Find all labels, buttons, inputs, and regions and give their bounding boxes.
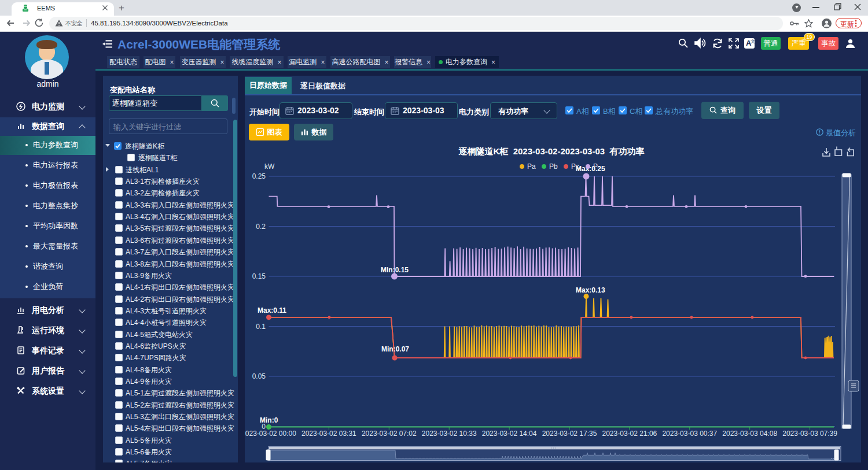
svg-text:2023-03-02 03:31: 2023-03-02 03:31 [301, 430, 356, 438]
svg-text:Min:0.07: Min:0.07 [381, 345, 409, 353]
svg-text:0.2: 0.2 [256, 223, 266, 231]
svg-text:Max:0.13: Max:0.13 [576, 286, 605, 294]
svg-text:P: P [593, 162, 598, 171]
svg-text:2023-03-02 07:02: 2023-03-02 07:02 [362, 430, 417, 438]
svg-text:Max:0.11: Max:0.11 [258, 306, 286, 314]
svg-text:0.15: 0.15 [252, 272, 266, 280]
svg-text:2023-03-02 00:00: 2023-03-02 00:00 [245, 430, 296, 438]
svg-text:Min:0.15: Min:0.15 [381, 266, 409, 274]
svg-text:0.05: 0.05 [252, 372, 266, 380]
svg-text:2023-03-02 14:04: 2023-03-02 14:04 [482, 430, 537, 438]
svg-text:Pa: Pa [527, 162, 536, 171]
svg-text:2023-03-03 00:37: 2023-03-03 00:37 [662, 430, 717, 438]
svg-text:2023-03-03 04:08: 2023-03-03 04:08 [722, 430, 777, 438]
svg-text:2023-03-02 17:35: 2023-03-02 17:35 [542, 430, 597, 438]
svg-text:Max:0.25: Max:0.25 [576, 165, 605, 173]
svg-text:0.1: 0.1 [256, 323, 266, 331]
svg-text:Pb: Pb [549, 162, 558, 171]
svg-text:kW: kW [264, 162, 275, 171]
svg-text:2023-03-03 07:39: 2023-03-03 07:39 [782, 430, 837, 438]
svg-text:0.25: 0.25 [252, 172, 266, 180]
svg-text:Min:0: Min:0 [260, 416, 278, 424]
svg-text:2023-03-02 10:33: 2023-03-02 10:33 [422, 430, 477, 438]
svg-text:2023-03-02 21:06: 2023-03-02 21:06 [602, 430, 657, 438]
svg-text:Pc: Pc [571, 162, 579, 171]
svg-text:逐桐隧道K柜 2023-03-02-2023-03-03: 逐桐隧道K柜 2023-03-02-2023-03-03 有功功率 [458, 146, 645, 156]
